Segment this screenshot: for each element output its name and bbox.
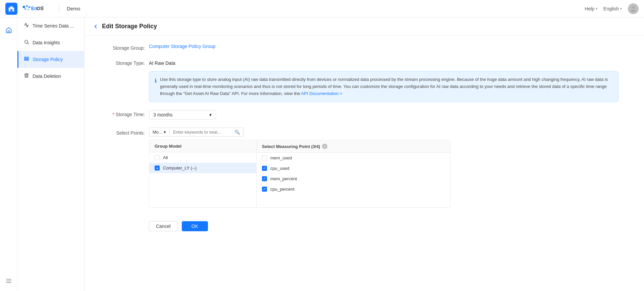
select-points-row: Select Points: Mo... ▾ 🔍 [95, 128, 633, 208]
mem-used-checkbox[interactable] [262, 155, 267, 160]
top-nav: En OS ™ Demo Help ▾ English ▾ [0, 0, 644, 17]
info-text: Use this storage type to store analog in… [160, 76, 613, 97]
mem-percent-label: mem_percent [270, 176, 297, 181]
svg-point-3 [28, 6, 30, 8]
back-button[interactable] [93, 23, 99, 30]
storage-time-value: 3 months ▾ [149, 110, 633, 119]
data-insights-icon [24, 39, 29, 46]
measuring-info-icon[interactable]: i [322, 144, 327, 149]
api-doc-link[interactable]: API Documentation > [301, 91, 342, 96]
logo: En OS ™ [21, 4, 52, 13]
info-box: ℹ Use this storage type to store analog … [149, 71, 619, 102]
nav-right: Help ▾ English ▾ [585, 3, 639, 14]
storage-group-value: Computer Storage Policy Group [149, 44, 633, 49]
content-area: Edit Storage Policy Storage Group: Compu… [85, 17, 644, 291]
all-label: All [163, 155, 168, 160]
sidebar-icons [0, 17, 17, 291]
search-icon: 🔍 [234, 130, 240, 135]
storage-time-label: * Storage Time: [95, 110, 149, 117]
nav-divider [59, 5, 59, 12]
help-menu[interactable]: Help ▾ [585, 6, 597, 11]
svg-rect-17 [24, 57, 29, 58]
sidebar-item-data-deletion[interactable]: Data Deletion [17, 68, 84, 85]
select-points-value: Mo... ▾ 🔍 [149, 128, 633, 208]
all-checkbox[interactable] [155, 155, 160, 160]
model-filter-select[interactable]: Mo... ▾ [149, 128, 170, 137]
form-area: Storage Group: Computer Storage Policy G… [85, 36, 644, 239]
storage-type-row: Storage Type: AI Raw Data ℹ Use this sto… [95, 59, 633, 102]
computer-checkbox[interactable]: ▪ [155, 165, 160, 171]
storage-group-row: Storage Group: Computer Storage Policy G… [95, 44, 633, 51]
sidebar-item-time-series[interactable]: Time Series Data ... [17, 17, 84, 34]
ok-button[interactable]: OK [182, 221, 208, 231]
data-deletion-icon [24, 73, 29, 80]
measuring-points-header: Select Measuring Point (3/4) i [257, 140, 450, 153]
storage-time-select[interactable]: 3 months ▾ [149, 110, 216, 119]
svg-rect-19 [24, 60, 29, 61]
lang-caret: ▾ [620, 7, 622, 10]
points-search-box: 🔍 [170, 128, 244, 137]
svg-point-9 [632, 6, 634, 8]
point-cpu-percent-row[interactable]: ✓ cpu_percent [257, 184, 450, 194]
svg-line-16 [28, 43, 29, 44]
computer-model-label: Computer_LY (--) [163, 165, 197, 171]
nav-app-name: Demo [67, 6, 80, 11]
mem-percent-checkbox[interactable]: ✓ [262, 176, 267, 181]
sidebar-item-storage-policy-label: Storage Policy [33, 57, 63, 62]
svg-point-10 [631, 9, 636, 12]
model-filter-caret: ▾ [164, 130, 166, 135]
storage-type-value: AI Raw Data [149, 59, 175, 66]
home-icon[interactable] [5, 3, 17, 15]
help-caret: ▾ [596, 7, 597, 10]
sidebar-icon-collapse[interactable] [5, 278, 12, 286]
cancel-button[interactable]: Cancel [149, 221, 178, 231]
page-header: Edit Storage Policy [85, 17, 644, 36]
svg-rect-18 [24, 58, 29, 59]
svg-rect-11 [8, 31, 9, 33]
sidebar-item-data-insights[interactable]: Data Insights [17, 34, 84, 51]
storage-time-row: * Storage Time: 3 months ▾ [95, 110, 633, 119]
point-cpu-used-row[interactable]: ✓ cpu_used [257, 163, 450, 174]
svg-point-4 [24, 8, 26, 10]
group-model-computer-row[interactable]: ▪ Computer_LY (--) [149, 163, 256, 173]
sidebar-icon-home[interactable] [1, 23, 16, 38]
sidebar-item-storage-policy[interactable]: Storage Policy [17, 51, 84, 68]
svg-point-2 [26, 5, 28, 7]
svg-point-1 [23, 6, 25, 8]
storage-group-label: Storage Group: [95, 44, 149, 51]
point-mem-percent-row[interactable]: ✓ mem_percent [257, 174, 450, 184]
points-search-input[interactable] [173, 130, 232, 135]
language-menu[interactable]: English ▾ [603, 6, 622, 11]
svg-point-15 [25, 40, 28, 43]
sidebar-item-data-insights-label: Data Insights [33, 40, 60, 45]
cpu-used-label: cpu_used [270, 166, 289, 171]
cpu-used-checkbox[interactable]: ✓ [262, 166, 267, 171]
mem-used-label: mem_used [270, 155, 292, 160]
svg-point-5 [28, 9, 29, 10]
page-title: Edit Storage Policy [102, 23, 157, 30]
action-row: Cancel OK [95, 221, 633, 231]
storage-type-label: Storage Type: [95, 59, 149, 66]
cpu-percent-label: cpu_percent [270, 187, 294, 192]
points-table: Group Model All ▪ Compute [149, 140, 451, 208]
time-series-icon [24, 22, 29, 29]
measuring-points-panel: Select Measuring Point (3/4) i mem_used [257, 140, 450, 207]
sidebar-item-time-series-label: Time Series Data ... [33, 23, 74, 29]
svg-text:™: ™ [41, 6, 44, 9]
svg-rect-0 [10, 9, 12, 11]
point-mem-used-row[interactable]: mem_used [257, 153, 450, 163]
storage-policy-icon [24, 56, 29, 63]
group-model-panel: Group Model All ▪ Compute [149, 140, 257, 207]
info-icon: ℹ [155, 77, 157, 97]
cpu-percent-checkbox[interactable]: ✓ [262, 187, 267, 192]
user-avatar[interactable] [628, 3, 639, 14]
group-model-all-row[interactable]: All [149, 152, 256, 163]
select-caret: ▾ [209, 112, 212, 117]
group-model-header: Group Model [149, 140, 256, 152]
nav-left: En OS ™ Demo [5, 3, 80, 15]
points-table-inner: Group Model All ▪ Compute [149, 140, 450, 207]
select-points-label: Select Points: [95, 128, 149, 136]
main-layout: Time Series Data ... Data Insights Stora… [0, 17, 644, 291]
sidebar-item-data-deletion-label: Data Deletion [33, 74, 61, 79]
left-nav: Time Series Data ... Data Insights Stora… [17, 17, 85, 291]
